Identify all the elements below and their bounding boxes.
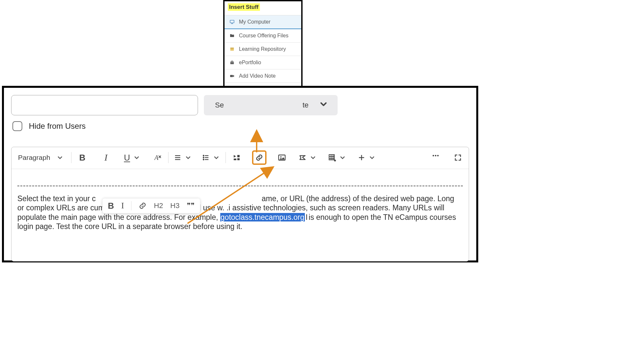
equation-button[interactable] <box>299 152 317 163</box>
insert-image-button[interactable] <box>276 152 287 163</box>
mini-italic-button[interactable]: I <box>121 201 124 211</box>
video-icon <box>229 73 235 79</box>
italic-button[interactable]: I <box>100 152 111 163</box>
insert-stuff-item-my-computer[interactable]: My Computer <box>225 15 301 29</box>
insert-stuff-header: Insert Stuff <box>225 1 301 15</box>
svg-rect-22 <box>237 155 240 157</box>
rte-body[interactable]: Select the text in your cXXXXXXXXXXXXXXX… <box>11 169 469 243</box>
hide-from-users-checkbox[interactable] <box>12 121 22 131</box>
text-cursor-icon: I <box>305 213 309 222</box>
more-options-button[interactable] <box>430 152 441 163</box>
briefcase-icon <box>229 60 235 65</box>
fullscreen-button[interactable] <box>452 152 463 163</box>
svg-point-37 <box>437 155 439 157</box>
rich-text-editor: Paragraph B I U A <box>11 147 469 261</box>
title-input[interactable] <box>11 95 198 115</box>
insert-stuff-button[interactable] <box>231 152 242 163</box>
insert-link-button[interactable] <box>252 150 266 165</box>
insert-stuff-item-label: Learning Repository <box>239 46 286 52</box>
editor-top-row: Se te <box>4 88 476 115</box>
insert-stuff-item-label: My Computer <box>239 19 270 25</box>
selected-url-text: gotoclass.tnecampus.org <box>220 213 305 221</box>
svg-rect-26 <box>329 155 334 160</box>
insert-stuff-item-label: ePortfolio <box>239 60 261 66</box>
floating-format-toolbar: B I H2 H3 ❞❞ <box>102 198 200 213</box>
template-label-left: Se <box>215 101 224 109</box>
insert-stuff-title: Insert Stuff <box>228 3 260 11</box>
template-select-button[interactable]: Se te <box>204 95 338 115</box>
rte-toolbar: Paragraph B I U A <box>11 147 469 169</box>
passage-text: Select the text in your cXXXXXXXXXXXXXXX… <box>17 194 463 231</box>
passage-pre: Select the text in your c <box>17 194 96 203</box>
template-label-right: te <box>303 101 308 109</box>
chevron-down-icon <box>319 99 328 111</box>
monitor-icon <box>229 19 235 25</box>
underline-button[interactable]: U <box>124 152 141 163</box>
svg-rect-3 <box>230 62 234 64</box>
bold-button[interactable]: B <box>77 152 88 163</box>
insert-stuff-item-label: Add Video Note <box>239 73 276 79</box>
toolbar-separator <box>71 152 71 163</box>
svg-point-16 <box>203 159 204 160</box>
insert-stuff-item-eportfolio[interactable]: ePortfolio <box>225 56 301 69</box>
paragraph-style-label: Paragraph <box>18 154 50 162</box>
hide-from-users-label: Hide from Users <box>29 122 86 131</box>
svg-point-36 <box>435 155 437 157</box>
insert-stuff-item-add-video-note[interactable]: Add Video Note <box>225 69 301 83</box>
mini-h2-button[interactable]: H2 <box>154 201 163 211</box>
svg-rect-5 <box>230 75 233 77</box>
add-more-button[interactable] <box>358 152 376 163</box>
svg-rect-0 <box>230 20 234 23</box>
toolbar-separator <box>226 152 226 163</box>
table-button[interactable] <box>328 152 346 163</box>
folder-icon <box>229 33 235 38</box>
insert-stuff-item-label: Course Offering Files <box>239 33 288 39</box>
mini-quote-button[interactable]: ❞❞ <box>187 201 195 211</box>
svg-rect-4 <box>230 63 234 63</box>
svg-point-25 <box>280 156 282 158</box>
mini-bold-button[interactable]: B <box>108 201 114 211</box>
dashed-rule <box>17 185 463 186</box>
paragraph-style-select[interactable]: Paragraph <box>17 152 66 163</box>
mini-h3-button[interactable]: H3 <box>170 201 180 211</box>
box-icon <box>229 47 235 52</box>
hide-from-users-row: Hide from Users <box>4 115 476 131</box>
content-editor-window: Se te Hide from Users Paragraph B I U <box>2 86 478 262</box>
insert-stuff-list: My Computer Course Offering Files Learni… <box>225 15 301 96</box>
mini-link-button[interactable] <box>139 201 147 211</box>
svg-point-15 <box>203 157 204 158</box>
svg-marker-20 <box>234 155 236 158</box>
svg-rect-21 <box>234 159 236 160</box>
list-button[interactable] <box>202 152 220 163</box>
insert-stuff-item-course-files[interactable]: Course Offering Files <box>225 29 301 42</box>
svg-rect-2 <box>230 48 234 48</box>
svg-text:A: A <box>154 154 159 161</box>
svg-point-14 <box>203 155 204 156</box>
toolbar-separator <box>168 152 168 163</box>
clear-format-button[interactable]: A <box>152 152 163 163</box>
insert-stuff-item-learning-repo[interactable]: Learning Repository <box>225 42 301 56</box>
align-button[interactable] <box>174 152 192 163</box>
svg-rect-1 <box>230 48 234 50</box>
mini-toolbar-separator <box>131 201 131 210</box>
svg-rect-23 <box>237 158 240 160</box>
svg-point-35 <box>433 155 434 157</box>
